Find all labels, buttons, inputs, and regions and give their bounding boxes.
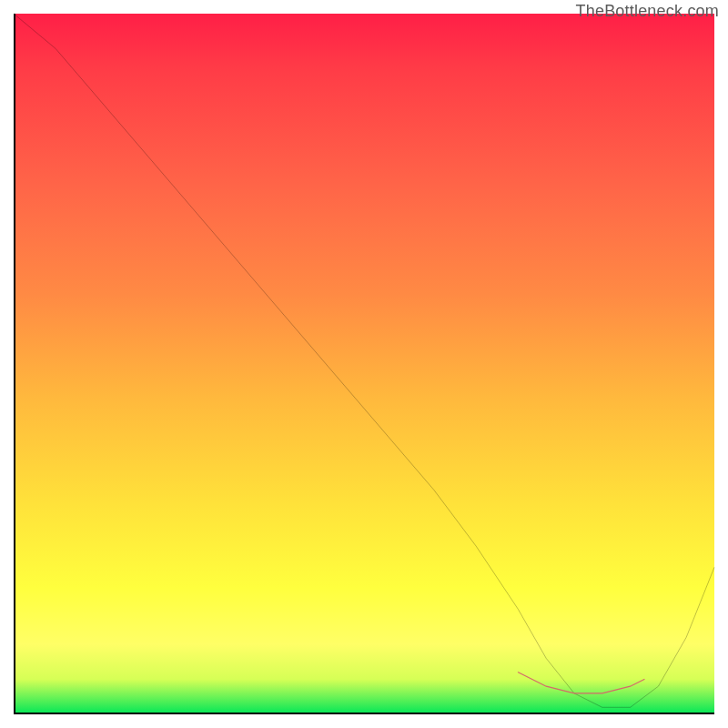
optimal-range-path xyxy=(518,672,644,693)
curve-layer xyxy=(14,14,714,714)
bottleneck-chart: TheBottleneck.com xyxy=(0,0,728,728)
watermark-text: TheBottleneck.com xyxy=(576,2,719,21)
plot-area xyxy=(14,14,714,714)
bottleneck-curve-path xyxy=(14,14,714,707)
